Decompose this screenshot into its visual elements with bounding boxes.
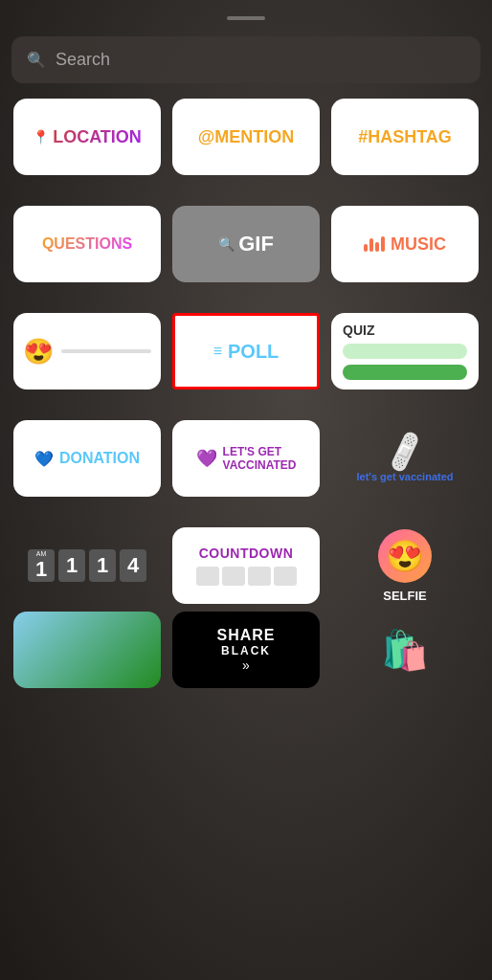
mention-label: @MENTION [198,127,295,147]
row-spacer-4 [13,508,479,516]
main-container: 🔍 Search 📍 LOCATION @MENTION #HASHTAG QU… [0,0,492,980]
row-spacer-2 [13,294,479,301]
sticker-mention[interactable]: @MENTION [172,99,320,175]
countdown-boxes [196,567,297,586]
quiz-bar-1 [343,344,467,359]
row-spacer-3 [13,401,479,409]
vacc-heart-icon: 💜 [196,448,217,469]
search-placeholder: Search [56,50,110,70]
cd-box-2 [222,567,245,586]
sticker-clock[interactable]: AM 1 1 1 4 [13,527,161,604]
share-subtitle: BLACK [221,644,271,657]
music-bar-1 [364,244,368,252]
cd-box-4 [274,567,297,586]
location-label: LOCATION [53,127,142,147]
sticker-emoji-slider[interactable]: 😍 [13,313,161,390]
sticker-gif[interactable]: 🔍 GIF [172,206,320,282]
selfie-circle: 😍 [378,529,432,583]
gif-search-icon: 🔍 [218,236,235,252]
slider-track[interactable] [61,349,151,353]
clock-digit-1: AM 1 [28,549,55,582]
quiz-bar-2 [343,365,467,380]
bandage-icon: 🩹 [381,428,430,475]
sticker-selfie[interactable]: 😍 SELFIE [331,527,479,604]
clock-min2: 4 [127,553,139,578]
sticker-countdown[interactable]: COUNTDOWN [172,527,320,604]
sticker-donation[interactable]: 💙 DONATION [13,420,161,497]
row-spacer-1 [13,187,479,194]
search-icon: 🔍 [27,51,46,69]
poll-lines-icon: ≡ [213,343,222,360]
vacc-img-text: let's get vaccinated [356,470,453,483]
sticker-grid: 📍 LOCATION @MENTION #HASHTAG QUESTIONS 🔍… [0,99,492,604]
selfie-label: SELFIE [383,589,427,603]
music-bar-2 [369,238,373,252]
music-bar-3 [375,242,379,252]
quiz-label: QUIZ [343,323,374,338]
clock-digit-3: 1 [89,549,116,582]
clock-hour1: 1 [35,557,47,582]
notch-bar [227,16,265,20]
cd-box-3 [248,567,271,586]
music-bar-4 [381,236,385,252]
countdown-label: COUNTDOWN [199,546,294,561]
sticker-quiz[interactable]: QUIZ [331,313,479,390]
music-label: MUSIC [391,234,446,255]
hashtag-label: #HASHTAG [358,127,452,147]
poll-label: POLL [228,341,279,363]
clock-am: AM [36,550,47,557]
sticker-vaccinated[interactable]: 💜 LET'S GETVACCINATED [172,420,320,497]
sticker-vaccinated-img[interactable]: 🩹 let's get vaccinated [331,420,479,497]
gif-label: GIF [238,232,274,256]
sticker-poll[interactable]: ≡ POLL [172,313,320,390]
questions-label: QUESTIONS [42,235,132,253]
donation-heart-icon: 💙 [34,450,54,468]
bottom-share[interactable]: SHARE BLACK » [172,612,320,688]
clock-digit-4: 4 [120,549,146,582]
clock-min1: 1 [97,553,108,578]
selfie-emoji: 😍 [386,538,424,574]
notch-area [0,0,492,29]
vacc-label: LET'S GETVACCINATED [223,445,297,473]
bottom-bag[interactable]: 🛍️ [331,612,479,688]
cd-box-1 [196,567,219,586]
sticker-music[interactable]: MUSIC [331,206,479,282]
share-arrow-icon: » [242,657,250,673]
emoji-icon: 😍 [23,337,54,367]
music-bars [364,236,385,252]
sticker-location[interactable]: 📍 LOCATION [13,99,161,175]
donation-label: DONATION [59,450,140,467]
share-label: SHARE [216,627,275,644]
sticker-hashtag[interactable]: #HASHTAG [331,99,479,175]
clock-digit-2: 1 [58,549,85,582]
pin-icon: 📍 [33,129,49,145]
search-bar[interactable]: 🔍 Search [11,36,481,83]
bottom-photo[interactable] [13,612,161,688]
clock-hour2: 1 [66,553,78,578]
sticker-questions[interactable]: QUESTIONS [13,206,161,282]
shopping-bag-icon: 🛍️ [381,628,429,673]
vacc-top: 💜 LET'S GETVACCINATED [196,445,297,473]
bottom-row: SHARE BLACK » 🛍️ [0,604,492,688]
